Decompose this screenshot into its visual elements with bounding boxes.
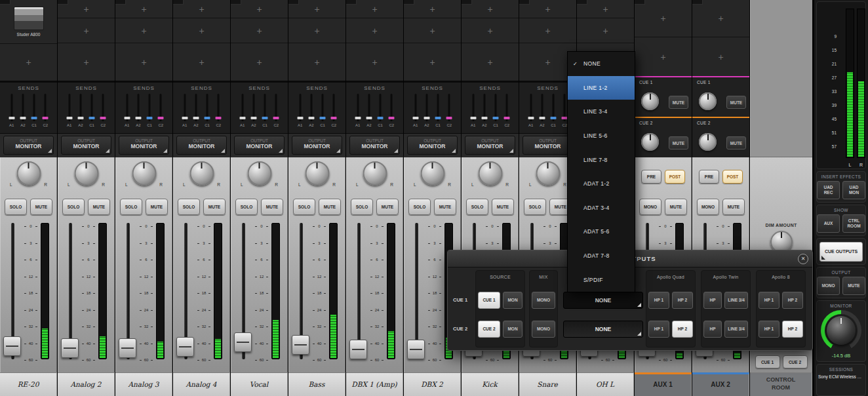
output-route-button[interactable]: OUTPUT MONITOR — [465, 136, 515, 155]
show-ctrl-room-button[interactable]: CTRL ROOM — [842, 214, 865, 233]
send-fader[interactable] — [355, 93, 361, 122]
send-fader-handle[interactable] — [308, 117, 314, 119]
send-fader[interactable] — [366, 93, 372, 122]
apollo8-hp1-button[interactable]: HP 1 — [759, 321, 779, 338]
send-fader[interactable] — [550, 93, 557, 122]
quad-hp1-button[interactable]: HP 1 — [648, 321, 669, 338]
send-fader-handle[interactable] — [182, 117, 187, 119]
send-fader-handle[interactable] — [239, 117, 245, 119]
cue-send-knob[interactable] — [641, 133, 659, 151]
pan-knob[interactable] — [420, 161, 444, 186]
send-fader[interactable] — [31, 93, 37, 122]
cue-mute-button[interactable]: MUTE — [669, 96, 688, 109]
menu-item[interactable]: ADAT 1-2 — [568, 172, 635, 196]
menu-item[interactable]: LINE 3-4 — [568, 100, 635, 124]
insert-slot[interactable]: + — [346, 43, 403, 81]
mute-button[interactable]: MUTE — [261, 199, 283, 215]
send-fader[interactable] — [9, 93, 15, 122]
monitor-knob-cap[interactable] — [827, 316, 856, 345]
send-fader-handle[interactable] — [124, 117, 130, 119]
output-route-button[interactable]: OUTPUT MONITOR — [176, 136, 227, 155]
insert-slot[interactable]: + — [462, 18, 519, 43]
channel-options-tab[interactable] — [115, 0, 126, 5]
insert-slot[interactable]: + — [231, 43, 288, 81]
mute-button[interactable]: MUTE — [30, 199, 52, 215]
fader-handle[interactable] — [176, 337, 194, 357]
output-route-button[interactable]: OUTPUT MONITOR — [234, 136, 285, 155]
send-fader[interactable] — [528, 93, 534, 122]
send-fader[interactable] — [89, 93, 95, 122]
send-fader-handle[interactable] — [424, 117, 429, 119]
uad-mon-button[interactable]: UAD MON — [842, 181, 865, 199]
channel-name[interactable]: RE-20 — [0, 372, 57, 396]
send-fader[interactable] — [124, 93, 130, 122]
apollo8-hp2-button[interactable]: HP 2 — [782, 321, 803, 338]
pan-knob[interactable] — [536, 161, 560, 186]
menu-item[interactable]: LINE 7-8 — [568, 148, 635, 172]
send-fader[interactable] — [481, 93, 488, 122]
send-fader-handle[interactable] — [250, 117, 256, 119]
monitor-source-button[interactable]: MON — [503, 321, 523, 338]
cue-source-button[interactable]: CUE 2 — [478, 321, 500, 338]
output-route-button[interactable]: OUTPUT MONITOR — [3, 136, 54, 155]
menu-item[interactable]: ADAT 3-4 — [568, 196, 635, 220]
twin-hp-button[interactable]: HP — [703, 321, 722, 338]
send-fader[interactable] — [215, 93, 222, 122]
send-fader[interactable] — [66, 93, 73, 122]
mute-button[interactable]: MUTE — [319, 199, 341, 215]
menu-item[interactable]: LINE 5-6 — [568, 124, 635, 148]
cue-mute-button[interactable]: MUTE — [726, 136, 746, 149]
insert-slot[interactable]: + — [519, 18, 576, 43]
insert-slot[interactable]: + — [58, 18, 115, 43]
session-name[interactable]: Sony ECM Wireless Voiceover — [817, 374, 865, 382]
menu-item[interactable]: S/PDIF — [568, 267, 635, 292]
insert-slot[interactable]: + — [577, 18, 634, 43]
send-fader-handle[interactable] — [216, 117, 222, 119]
send-fader[interactable] — [319, 93, 326, 122]
pan-knob[interactable] — [74, 161, 98, 186]
output-route-button[interactable]: OUTPUT MONITOR — [61, 136, 111, 155]
channel-options-tab[interactable] — [173, 0, 184, 5]
send-fader-handle[interactable] — [331, 117, 337, 119]
cue-send-knob[interactable] — [699, 133, 717, 151]
fader-handle[interactable] — [292, 335, 309, 355]
twin-hp-button[interactable]: HP — [703, 292, 722, 309]
apollo8-hp2-button[interactable]: HP 2 — [782, 292, 803, 309]
send-fader[interactable] — [539, 93, 545, 122]
send-fader[interactable] — [77, 93, 84, 122]
send-fader[interactable] — [377, 93, 384, 122]
insert-slot[interactable]: + — [404, 43, 461, 81]
fader-handle[interactable] — [119, 338, 136, 358]
channel-name[interactable]: Vocal — [231, 372, 288, 396]
menu-item[interactable]: ✓NONE — [568, 52, 635, 76]
pre-button[interactable]: PRE — [641, 170, 661, 184]
channel-options-tab[interactable] — [58, 0, 68, 5]
mute-button[interactable]: MUTE — [88, 199, 110, 215]
send-fader[interactable] — [239, 93, 246, 122]
menu-item[interactable]: LINE 1-2 — [568, 76, 635, 100]
send-fader-handle[interactable] — [20, 117, 26, 119]
uad-rec-button[interactable]: UAD REC — [817, 181, 840, 199]
monitor-knob[interactable] — [821, 310, 861, 351]
send-fader[interactable] — [135, 93, 142, 122]
send-fader-handle[interactable] — [77, 117, 83, 119]
send-fader-handle[interactable] — [66, 117, 72, 119]
cue2-monitor-button[interactable]: CUE 2 — [783, 355, 808, 368]
fader-handle[interactable] — [234, 332, 252, 352]
insert-slot[interactable]: + — [115, 43, 172, 81]
send-fader-handle[interactable] — [504, 117, 510, 119]
send-fader-handle[interactable] — [43, 117, 49, 119]
send-fader[interactable] — [503, 93, 510, 122]
send-fader[interactable] — [193, 93, 199, 122]
channel-name[interactable]: DBX 1 (Amp) — [346, 372, 403, 396]
send-fader[interactable] — [330, 93, 337, 122]
menu-item[interactable]: ADAT 5-6 — [568, 220, 635, 244]
fader-handle[interactable] — [61, 338, 79, 358]
pan-knob[interactable] — [363, 161, 387, 186]
channel-options-tab[interactable] — [462, 0, 472, 5]
mono-mix-button[interactable]: MONO — [532, 292, 555, 309]
aux-name[interactable]: AUX 2 — [692, 372, 749, 396]
solo-button[interactable]: SOLO — [293, 199, 315, 215]
send-fader-handle[interactable] — [493, 117, 499, 119]
aux-mute-button[interactable]: MUTE — [722, 199, 745, 215]
